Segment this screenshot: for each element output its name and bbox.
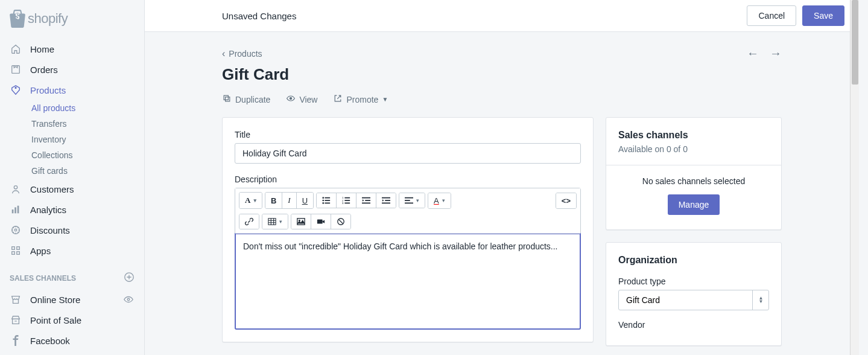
rte-table-btn[interactable] bbox=[262, 214, 288, 229]
org-heading: Organization bbox=[618, 255, 769, 266]
nav-customers[interactable]: Customers bbox=[0, 179, 144, 199]
svg-rect-18 bbox=[325, 197, 330, 199]
manage-button[interactable]: Manage bbox=[668, 194, 720, 215]
svg-rect-41 bbox=[317, 220, 323, 224]
rte-clear-btn[interactable] bbox=[331, 214, 350, 229]
sales-available: Available on 0 of 0 bbox=[618, 144, 769, 154]
save-button[interactable]: Save bbox=[802, 5, 844, 26]
svg-point-40 bbox=[299, 220, 300, 221]
nav-label: Facebook bbox=[30, 336, 70, 346]
svg-rect-20 bbox=[325, 200, 330, 201]
eye-icon bbox=[286, 94, 296, 105]
rte-format-btn[interactable]: A bbox=[239, 193, 262, 208]
svg-rect-38 bbox=[268, 219, 276, 225]
nav-orders[interactable]: Orders bbox=[0, 59, 144, 80]
online-store-icon bbox=[10, 293, 22, 305]
svg-rect-34 bbox=[382, 203, 390, 204]
rte-color-btn[interactable]: A bbox=[428, 193, 451, 208]
duplicate-action[interactable]: Duplicate bbox=[222, 94, 270, 105]
svg-rect-4 bbox=[14, 207, 16, 213]
description-input[interactable]: Don't miss out "incredible" Holiday Gift… bbox=[235, 233, 581, 330]
svg-point-17 bbox=[322, 197, 324, 199]
nav-discounts[interactable]: Discounts bbox=[0, 220, 144, 240]
nav-facebook[interactable]: Facebook bbox=[0, 330, 144, 351]
nav-giftcards[interactable]: Gift cards bbox=[0, 163, 144, 179]
chevron-left-icon: ‹ bbox=[222, 48, 225, 59]
main: Unsaved Changes Cancel Save ‹ Products ←… bbox=[145, 0, 859, 355]
svg-rect-29 bbox=[362, 197, 370, 199]
orders-icon bbox=[10, 63, 22, 75]
svg-rect-24 bbox=[344, 197, 350, 199]
svg-rect-5 bbox=[17, 206, 19, 214]
nav-all-products[interactable]: All products bbox=[0, 100, 144, 116]
rte: A B I U 123 bbox=[235, 188, 581, 330]
svg-point-13 bbox=[127, 298, 130, 301]
scrollbar-thumb[interactable] bbox=[852, 0, 858, 85]
svg-rect-32 bbox=[382, 197, 390, 199]
title-label: Title bbox=[235, 130, 581, 139]
rte-link-btn[interactable] bbox=[239, 214, 259, 229]
rte-underline-btn[interactable]: U bbox=[297, 193, 313, 208]
breadcrumb-label: Products bbox=[229, 49, 262, 59]
home-icon bbox=[10, 43, 22, 55]
nav-pos[interactable]: Point of Sale bbox=[0, 310, 144, 330]
rte-indent-btn[interactable] bbox=[376, 193, 396, 208]
nav-label: Products bbox=[30, 85, 66, 95]
pos-icon bbox=[10, 314, 22, 326]
rte-ul-btn[interactable] bbox=[317, 193, 337, 208]
cancel-button[interactable]: Cancel bbox=[747, 5, 796, 26]
nav-label: Home bbox=[30, 44, 54, 54]
product-type-select[interactable] bbox=[618, 290, 769, 310]
svg-rect-22 bbox=[325, 203, 330, 204]
nav-apps[interactable]: Apps bbox=[0, 240, 144, 261]
rte-image-btn[interactable] bbox=[291, 214, 311, 229]
svg-rect-8 bbox=[12, 247, 15, 250]
svg-rect-11 bbox=[17, 252, 20, 255]
svg-rect-3 bbox=[12, 209, 14, 213]
svg-rect-26 bbox=[344, 200, 350, 201]
sidebar: shopify Home Orders Products All product… bbox=[0, 0, 145, 355]
view-action[interactable]: View bbox=[286, 94, 317, 105]
svg-rect-28 bbox=[344, 203, 350, 204]
rte-outdent-btn[interactable] bbox=[356, 193, 376, 208]
shopify-bag-icon bbox=[10, 10, 25, 28]
brand-text: shopify bbox=[28, 11, 68, 27]
rte-bold-btn[interactable]: B bbox=[265, 193, 282, 208]
svg-rect-31 bbox=[362, 203, 370, 204]
nav-transfers[interactable]: Transfers bbox=[0, 116, 144, 132]
svg-rect-10 bbox=[12, 252, 15, 255]
sales-none-text: No sales channels selected bbox=[618, 176, 769, 186]
page-title: Gift Card bbox=[222, 65, 782, 84]
add-channel-icon[interactable] bbox=[124, 272, 135, 284]
nav-inventory[interactable]: Inventory bbox=[0, 132, 144, 147]
logo[interactable]: shopify bbox=[0, 7, 144, 39]
breadcrumb-back[interactable]: ‹ Products bbox=[222, 48, 262, 59]
title-input[interactable] bbox=[235, 143, 581, 164]
prev-arrow-icon[interactable]: ← bbox=[747, 46, 759, 60]
svg-point-7 bbox=[14, 229, 17, 231]
nav-products[interactable]: Products bbox=[0, 80, 144, 100]
rte-toolbar: A B I U 123 bbox=[235, 188, 580, 234]
svg-rect-30 bbox=[365, 200, 370, 201]
nav-online-store[interactable]: Online Store bbox=[0, 289, 144, 310]
svg-point-19 bbox=[322, 200, 324, 202]
nav-home[interactable]: Home bbox=[0, 39, 144, 59]
nav-collections[interactable]: Collections bbox=[0, 147, 144, 163]
unsaved-status: Unsaved Changes bbox=[222, 11, 296, 21]
rte-html-btn[interactable]: <> bbox=[556, 193, 576, 208]
nav-label: Customers bbox=[30, 184, 74, 194]
analytics-icon bbox=[10, 203, 22, 216]
rte-ol-btn[interactable]: 123 bbox=[337, 193, 356, 208]
promote-action[interactable]: Promote ▼ bbox=[333, 94, 388, 105]
customers-icon bbox=[10, 183, 22, 195]
nav-label: Apps bbox=[30, 246, 51, 256]
rte-align-btn[interactable] bbox=[399, 193, 425, 208]
scrollbar[interactable] bbox=[850, 0, 859, 355]
next-arrow-icon[interactable]: → bbox=[770, 46, 782, 60]
nav-analytics[interactable]: Analytics bbox=[0, 199, 144, 220]
nav-label: Orders bbox=[30, 65, 58, 75]
nav-label: Online Store bbox=[30, 295, 80, 305]
rte-italic-btn[interactable]: I bbox=[282, 193, 296, 208]
view-icon[interactable] bbox=[122, 293, 135, 305]
rte-video-btn[interactable] bbox=[311, 214, 331, 229]
